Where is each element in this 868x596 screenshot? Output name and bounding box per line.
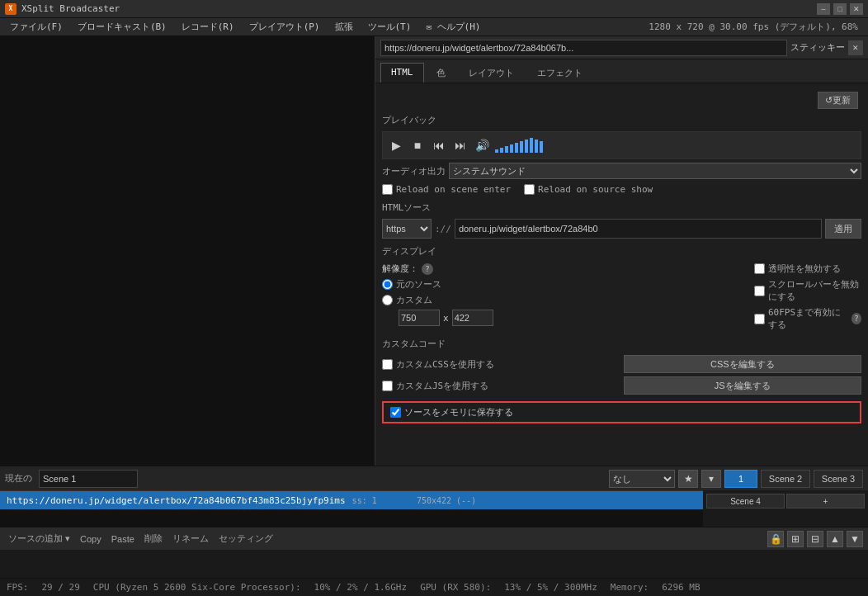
copy-button[interactable]: Copy (77, 532, 105, 546)
x-separator: x (443, 313, 449, 324)
scene-btn-1[interactable]: 1 (724, 470, 757, 488)
play-button[interactable]: ▶ (388, 137, 404, 154)
save-memory-row: ソースをメモリに保存する (382, 401, 861, 423)
scene-btn-2[interactable]: Scene 2 (761, 470, 810, 488)
custom-code-rows: カスタムCSSを使用する CSSを編集する カスタムJSを使用する JSを編集す… (382, 355, 861, 395)
grid2-icon[interactable]: ⊟ (807, 531, 823, 547)
add-source-button[interactable]: ソースの追加 ▾ (5, 531, 73, 546)
scene-name-input[interactable] (39, 470, 138, 488)
disable-scrollbar-checkbox[interactable] (754, 286, 765, 296)
refresh-button[interactable]: ↺更新 (818, 92, 858, 109)
url-bar: スティッキー ✕ (375, 36, 868, 59)
menu-playout[interactable]: プレイアウト(P) (243, 19, 327, 35)
js-checkbox[interactable] (382, 381, 393, 391)
right-checks: 透明性を無効する スクロールバーを無効にする 60FPSまで有効にする ? (754, 263, 861, 331)
css-check-label: カスタムCSSを使用する (382, 355, 620, 373)
content: ↺更新 プレイバック ▶ ■ ⏮ ⏭ 🔊 (375, 83, 868, 466)
delete-button[interactable]: 削除 (141, 531, 166, 546)
window-controls: – □ ✕ (817, 3, 863, 15)
reload-source-checkbox[interactable] (524, 184, 535, 195)
tab-layout[interactable]: レイアウト (458, 63, 525, 83)
reload-row: Reload on scene enter Reload on source s… (382, 184, 861, 195)
save-memory-label[interactable]: ソースをメモリに保存する (390, 406, 513, 419)
app-icon: X (5, 3, 17, 15)
url-input[interactable] (380, 40, 787, 56)
reload-scene-checkbox[interactable] (382, 184, 393, 195)
tab-color[interactable]: 色 (426, 63, 456, 83)
menu-record[interactable]: レコード(R) (175, 19, 241, 35)
settings-button[interactable]: セッティング (215, 531, 276, 546)
playback-title: プレイバック (382, 114, 861, 126)
tab-effect[interactable]: エフェクト (526, 63, 593, 83)
radio-custom-label: カスタム (382, 294, 741, 306)
arrow-down-button[interactable]: ▾ (701, 470, 721, 488)
audio-row: オーディオ出力 システムサウンド (382, 163, 861, 179)
sticky-label: スティッキー (790, 41, 845, 54)
edit-css-button[interactable]: CSSを編集する (624, 355, 862, 373)
save-memory-checkbox[interactable] (390, 407, 401, 418)
scene-buttons-row1: Scene 4 + (706, 494, 865, 508)
scene-row: 現在の なし ★ ▾ 1 Scene 2 Scene 3 (0, 466, 868, 490)
source-item[interactable]: https://doneru.jp/widget/alertbox/72a84b… (0, 491, 703, 509)
css-checkbox[interactable] (382, 359, 393, 370)
preview-area (0, 36, 375, 466)
reload-source-label: Reload on source show (524, 184, 653, 195)
star-button[interactable]: ★ (678, 470, 698, 488)
menu-broadcast[interactable]: ブロードキャスト(B) (71, 19, 173, 35)
height-input[interactable] (452, 310, 493, 326)
down-arrow-icon[interactable]: ▼ (847, 531, 863, 547)
panel: スティッキー ✕ HTML 色 レイアウト エフェクト ↺更新 プレイバック ▶… (375, 36, 868, 466)
add-scene-button[interactable]: + (786, 494, 865, 508)
tab-html[interactable]: HTML (380, 63, 424, 83)
next-button[interactable]: ⏭ (452, 137, 469, 154)
resolution-help-icon[interactable]: ? (422, 263, 433, 275)
apply-button[interactable]: 適用 (825, 219, 861, 239)
fps-help-icon[interactable]: ? (851, 313, 861, 324)
radio-original[interactable] (382, 279, 393, 290)
restore-button[interactable]: □ (833, 3, 847, 15)
title-bar: X XSplit Broadcaster – □ ✕ (0, 0, 868, 18)
custom-resolution-row: x (399, 310, 741, 326)
scene-btn-4[interactable]: Scene 4 (706, 494, 785, 508)
status-bar: FPS: 29 / 29 CPU (Ryzen 5 2600 Six-Core … (0, 578, 868, 596)
prev-button[interactable]: ⏮ (431, 137, 447, 154)
html-source-title: HTMLソース (382, 201, 861, 214)
gpu-label: GPU (RX 580): (420, 582, 491, 593)
memory-label: Memory: (611, 582, 649, 593)
scene-btn-3[interactable]: Scene 3 (814, 470, 863, 488)
menu-tools[interactable]: ツール(T) (361, 19, 418, 35)
volume-button[interactable]: 🔊 (474, 137, 490, 154)
radio-custom[interactable] (382, 295, 393, 305)
audio-select[interactable]: システムサウンド (449, 163, 861, 179)
menu-extend[interactable]: 拡張 (328, 19, 360, 35)
menu-file[interactable]: ファイル(F) (3, 19, 69, 35)
minimize-button[interactable]: – (817, 3, 830, 15)
up-arrow-icon[interactable]: ▲ (827, 531, 843, 547)
sticky-button[interactable]: ✕ (848, 40, 863, 55)
enable-60fps-checkbox[interactable] (754, 314, 765, 324)
close-button[interactable]: ✕ (850, 3, 863, 15)
lock-icon[interactable]: 🔒 (767, 531, 784, 547)
source-url-input[interactable] (455, 219, 822, 239)
display-section: ディスプレイ 解像度： ? 元のソース (382, 245, 861, 331)
disable-transparency-checkbox[interactable] (754, 263, 765, 274)
edit-js-button[interactable]: JSを編集する (624, 376, 862, 395)
rename-button[interactable]: リネーム (169, 531, 212, 546)
paste-button[interactable]: Paste (108, 532, 138, 546)
custom-code-title: カスタムコード (382, 338, 861, 350)
grid-icon[interactable]: ⊞ (787, 531, 804, 547)
reload-scene-label: Reload on scene enter (382, 184, 511, 195)
bottom-toolbar: ソースの追加 ▾ Copy Paste 削除 リネーム セッティング 🔒 ⊞ ⊟… (0, 527, 868, 550)
stop-button[interactable]: ■ (409, 137, 426, 154)
custom-code-section: カスタムコード カスタムCSSを使用する CSSを編集する カスタムJSを使用す… (382, 338, 861, 395)
menu-help[interactable]: ✉ ヘルプ(H) (419, 19, 487, 35)
protocol-select[interactable]: https (382, 219, 432, 239)
current-label: 現在の (5, 472, 32, 485)
width-input[interactable] (399, 310, 440, 326)
toolbar-right: 🔒 ⊞ ⊟ ▲ ▼ (767, 531, 863, 547)
nashi-select[interactable]: なし (609, 470, 675, 488)
html-source-row: https :// 適用 (382, 219, 861, 239)
resolution-row: 解像度： ? (382, 263, 741, 275)
disable-transparency-label: 透明性を無効する (754, 263, 861, 275)
disable-scrollbar-label: スクロールバーを無効にする (754, 278, 861, 303)
